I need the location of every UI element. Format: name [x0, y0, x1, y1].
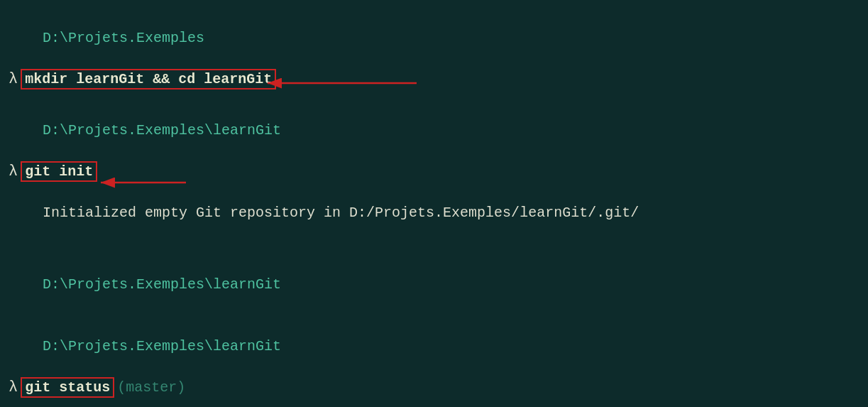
path-text-4: D:\Projets.Exemples\learnGit — [43, 338, 281, 354]
terminal-window: D:\Projets.Exemples λ mkdir learnGit && … — [9, 7, 859, 400]
prompt-3: λ — [9, 379, 18, 396]
init-output: Initialized empty Git repository in D:/P… — [9, 182, 859, 244]
git-status-extra: (master) — [117, 379, 185, 396]
path-line-2: D:\Projets.Exemples\learnGit — [9, 99, 859, 161]
git-status-command: git status — [21, 377, 114, 398]
arrow-2 — [97, 163, 189, 188]
path-line-3: D:\Projets.Exemples\learnGit — [9, 254, 859, 315]
branch-output: On branch master — [9, 398, 859, 407]
spacer-2 — [9, 244, 859, 254]
command-line-git-init: λ git init — [9, 161, 859, 182]
spacer-1 — [9, 89, 859, 99]
command-line-mkdir: λ mkdir learnGit && cd learnGit — [9, 69, 859, 89]
command-line-git-status: λ git status (master) — [9, 377, 859, 398]
git-init-command: git init — [21, 161, 97, 182]
mkdir-command: mkdir learnGit && cd learnGit — [21, 69, 276, 89]
path-line-1: D:\Projets.Exemples — [9, 7, 859, 69]
path-text-1: D:\Projets.Exemples — [43, 30, 204, 46]
path-text-3: D:\Projets.Exemples\learnGit — [43, 276, 281, 293]
arrow-1 — [264, 70, 420, 96]
path-text-2: D:\Projets.Exemples\learnGit — [43, 122, 281, 139]
prompt-1: λ — [9, 70, 18, 88]
prompt-2: λ — [9, 163, 18, 180]
path-line-4: D:\Projets.Exemples\learnGit — [9, 315, 859, 377]
